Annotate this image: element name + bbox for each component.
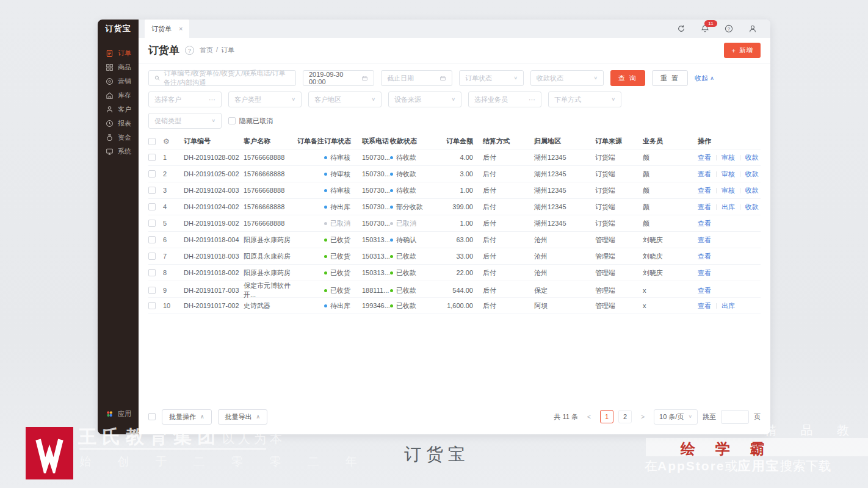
refresh-icon[interactable] bbox=[676, 24, 685, 34]
action-link[interactable]: 查看 bbox=[698, 154, 711, 161]
sidebar-item-goods[interactable]: 商品 bbox=[98, 60, 139, 74]
reset-button[interactable]: 重 置 bbox=[652, 70, 688, 86]
chevron-down-icon: ∨ bbox=[593, 76, 598, 81]
sidebar-item-funds[interactable]: 资金 bbox=[98, 131, 139, 145]
row-checkbox[interactable] bbox=[148, 187, 156, 194]
sidebar-item-marketing[interactable]: 营销 bbox=[98, 74, 139, 88]
help-icon[interactable]: ? bbox=[724, 24, 733, 34]
row-checkbox[interactable] bbox=[148, 269, 156, 276]
customer-type-select[interactable]: 客户类型 ∨ bbox=[228, 92, 302, 107]
tab-close-icon[interactable]: × bbox=[179, 25, 183, 32]
row-checkbox[interactable] bbox=[148, 220, 156, 227]
settlement-method: 后付 bbox=[483, 252, 534, 261]
tab-order-form[interactable]: 订货单 × bbox=[145, 20, 189, 38]
salesman-select[interactable]: 选择业务员 ⋯ bbox=[468, 92, 541, 107]
action-link[interactable]: 收款 bbox=[745, 187, 759, 194]
row-checkbox[interactable] bbox=[148, 154, 156, 161]
filter-panel: 订单编号/收货单位/收货人/联系电话/订单备注/内部沟通 2019-09-30 … bbox=[139, 63, 770, 132]
app-logo: 订货宝 bbox=[98, 20, 139, 38]
order-amount: 1.00 bbox=[440, 220, 483, 227]
title-help-icon[interactable]: ? bbox=[185, 46, 194, 55]
sidebar-item-customers[interactable]: 客户 bbox=[98, 102, 139, 117]
action-link[interactable]: 收款 bbox=[745, 203, 759, 210]
status-dot bbox=[324, 189, 327, 192]
prev-page-button[interactable]: < bbox=[583, 410, 595, 423]
user-account-icon[interactable] bbox=[748, 24, 757, 34]
action-link[interactable]: 查看 bbox=[698, 253, 711, 260]
region: 湖州12345 bbox=[534, 170, 595, 179]
action-link[interactable]: 查看 bbox=[698, 287, 711, 294]
company-logo bbox=[26, 427, 73, 479]
search-input[interactable]: 订单编号/收货单位/收货人/联系电话/订单备注/内部沟通 bbox=[148, 70, 296, 86]
page-size-select[interactable]: 10 条/页 ∨ bbox=[654, 409, 698, 425]
sidebar-item-inventory[interactable]: 库存 bbox=[98, 88, 139, 102]
start-date-input[interactable]: 2019-09-30 00:00 bbox=[303, 70, 374, 86]
action-link[interactable]: 审核 bbox=[722, 170, 735, 178]
row-checkbox[interactable] bbox=[148, 203, 156, 210]
action-link[interactable]: 审核 bbox=[722, 154, 735, 161]
region: 沧州 bbox=[534, 268, 595, 278]
row-checkbox[interactable] bbox=[148, 236, 156, 243]
settlement-method: 后付 bbox=[483, 153, 534, 162]
action-link[interactable]: 查看 bbox=[698, 302, 711, 309]
page-title: 订货单 bbox=[148, 43, 179, 57]
main-area: 订货单 × 11 bbox=[139, 20, 770, 434]
row-checkbox[interactable] bbox=[148, 253, 156, 260]
salesman: 颜 bbox=[643, 170, 698, 179]
action-link[interactable]: 审核 bbox=[722, 187, 735, 194]
action-separator bbox=[740, 155, 740, 160]
device-source-select[interactable]: 设备来源 ∨ bbox=[388, 92, 461, 107]
action-link[interactable]: 查看 bbox=[698, 236, 711, 243]
promo-type-select[interactable]: 促销类型 ∨ bbox=[148, 113, 222, 129]
column-settings-gear-icon[interactable]: ⚙ bbox=[163, 137, 184, 146]
customer-name: 保定市元博软件开... bbox=[244, 281, 297, 300]
chevron-up-icon: ∧ bbox=[710, 75, 714, 81]
sidebar-item-apps[interactable]: 应用 bbox=[98, 407, 139, 421]
row-checkbox[interactable] bbox=[148, 287, 156, 294]
row-checkbox[interactable] bbox=[148, 302, 156, 309]
table-row: 5DH-20191019-00215766668888已取消150730...已… bbox=[148, 215, 761, 232]
sidebar-item-orders[interactable]: 订单 bbox=[98, 46, 139, 60]
batch-operations-button[interactable]: 批量操作 ∧ bbox=[162, 409, 212, 425]
pay-status-select[interactable]: 收款状态 ∨ bbox=[530, 70, 604, 86]
order-method-select[interactable]: 下单方式 ∨ bbox=[548, 92, 621, 107]
table-row: 3DH-20191024-00315766668888待审核150730...待… bbox=[148, 182, 761, 199]
sidebar-item-reports[interactable]: 报表 bbox=[98, 117, 139, 131]
collapse-link[interactable]: 收起 ∧ bbox=[695, 74, 714, 83]
header-checkbox[interactable] bbox=[148, 138, 156, 145]
notifications-bell-icon[interactable]: 11 bbox=[700, 24, 709, 34]
new-order-button[interactable]: + 新增 bbox=[724, 43, 761, 58]
customer-select[interactable]: 选择客户 ⋯ bbox=[148, 92, 222, 107]
settlement-method: 后付 bbox=[483, 219, 534, 228]
customer-region-select[interactable]: 客户地区 ∨ bbox=[308, 92, 382, 107]
row-checkbox[interactable] bbox=[148, 170, 156, 178]
status-dot bbox=[324, 239, 327, 242]
action-link[interactable]: 查看 bbox=[698, 203, 711, 210]
sidebar-item-label: 应用 bbox=[118, 409, 131, 418]
jump-page-input[interactable] bbox=[721, 410, 749, 424]
select-all-checkbox[interactable] bbox=[148, 413, 156, 420]
sidebar-item-system[interactable]: 系统 bbox=[98, 145, 139, 159]
action-link[interactable]: 收款 bbox=[745, 154, 759, 161]
query-button[interactable]: 查 询 bbox=[610, 70, 645, 86]
watermark-brand-bar bbox=[646, 438, 868, 456]
action-link[interactable]: 收款 bbox=[745, 170, 759, 178]
action-link[interactable]: 查看 bbox=[698, 187, 711, 194]
sidebar-item-label: 资金 bbox=[118, 133, 131, 142]
action-link[interactable]: 查看 bbox=[698, 220, 711, 227]
status-dot bbox=[390, 255, 393, 258]
status-dot bbox=[324, 289, 327, 292]
end-date-input[interactable]: 截止日期 bbox=[381, 70, 452, 86]
action-link[interactable]: 出库 bbox=[722, 203, 735, 210]
next-page-button[interactable]: > bbox=[637, 410, 649, 423]
action-link[interactable]: 查看 bbox=[698, 269, 711, 276]
breadcrumb-home[interactable]: 首页 bbox=[200, 46, 213, 55]
status-dot bbox=[390, 304, 393, 307]
action-link[interactable]: 出库 bbox=[722, 302, 735, 309]
action-link[interactable]: 查看 bbox=[698, 170, 711, 178]
order-status-select[interactable]: 订单状态 ∨ bbox=[459, 70, 524, 86]
hide-cancelled-checkbox[interactable] bbox=[228, 117, 236, 124]
batch-export-button[interactable]: 批量导出 ∧ bbox=[218, 409, 268, 425]
page-button-1[interactable]: 1 bbox=[600, 410, 613, 423]
page-button-2[interactable]: 2 bbox=[618, 410, 632, 423]
